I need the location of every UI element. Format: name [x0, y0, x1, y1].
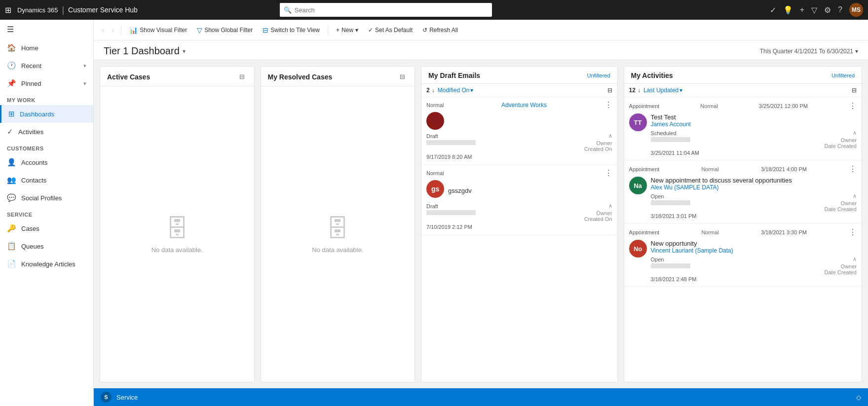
activity-1-owner-label: Owner — [825, 137, 857, 143]
activity-2-meta: Owner Date Created — [651, 199, 857, 213]
dashboard-title-area[interactable]: Tier 1 Dashboard ▾ — [104, 45, 186, 57]
active-cases-empty-text: No data available. — [151, 246, 203, 254]
email-1-meta: Owner Created On — [426, 139, 612, 153]
active-cases-panel: Active Cases ⊟ 🗄 No data available. — [100, 66, 255, 382]
activity-2-more-button[interactable]: ⋮ — [849, 164, 857, 174]
activity-1-meta: Owner Date Created — [651, 136, 857, 150]
search-bar[interactable]: 🔍 — [280, 3, 492, 17]
resolved-cases-title: My Resolved Cases — [268, 73, 333, 81]
email-item-2: Normal ⋮ gs gsszgdv Draft ∧ Owner — [421, 165, 617, 235]
activity-1-status-row: Scheduled ∧ — [651, 130, 857, 136]
back-button[interactable]: ‹ — [99, 24, 107, 36]
sort-modified-on[interactable]: Modified On ▾ — [438, 87, 474, 94]
sort-field-label: Modified On — [438, 87, 470, 94]
new-button[interactable]: + New ▾ — [332, 25, 362, 36]
sidebar-item-knowledge-articles[interactable]: 📄 Knowledge Articles — [0, 255, 93, 273]
activity-2-company[interactable]: Alex Wu (SAMPLE DATA) — [651, 184, 857, 191]
sidebar-item-social-profiles[interactable]: 💬 Social Profiles — [0, 189, 93, 207]
sidebar-item-contacts[interactable]: 👥 Contacts — [0, 171, 93, 189]
sidebar-item-accounts-label: Accounts — [21, 159, 47, 166]
resolved-cases-view-toggle[interactable]: ⊟ — [397, 72, 408, 82]
switch-tile-view-button[interactable]: ⊟ Switch to Tile View — [259, 24, 324, 36]
show-visual-filter-button[interactable]: 📊 Show Visual Filter — [125, 24, 191, 36]
activity-1-collapse[interactable]: ∧ — [853, 130, 857, 136]
dashboard-panels: Active Cases ⊟ 🗄 No data available. My R… — [94, 60, 868, 388]
sidebar-item-accounts[interactable]: 👤 Accounts — [0, 153, 93, 171]
activity-3-body: No New opportunity Vincent Lauriant (Sam… — [629, 240, 857, 282]
activity-1-company[interactable]: James Account — [651, 121, 857, 128]
sidebar-item-activities[interactable]: ✓ Activities — [0, 123, 93, 141]
dashboard-title-chevron[interactable]: ▾ — [183, 48, 186, 55]
activities-view-toggle[interactable]: ⊟ — [852, 87, 857, 94]
sidebar-item-cases[interactable]: 🔑 Cases — [0, 220, 93, 237]
help-icon[interactable]: ? — [838, 5, 842, 14]
home-icon: 🏠 — [7, 43, 16, 52]
draft-view-toggle[interactable]: ⊟ — [607, 87, 612, 94]
email-1-account[interactable]: Adventure Works — [501, 102, 547, 109]
waffle-icon[interactable]: ⊞ — [5, 5, 11, 15]
resolved-cases-empty: 🗄 No data available. — [261, 86, 415, 382]
active-cases-empty: 🗄 No data available. — [100, 86, 254, 382]
activities-count: 12 ↓ — [629, 87, 641, 94]
check-circle-icon[interactable]: ✓ — [770, 5, 776, 15]
email-1-status: Draft — [426, 133, 438, 139]
show-global-filter-button[interactable]: ▽ Show Global Filter — [193, 24, 257, 36]
email-2-avatar: gs — [426, 180, 444, 198]
sort-arrow-icon[interactable]: ↓ — [432, 87, 435, 94]
main-layout: ☰ 🏠 Home 🕐 Recent ▾ 📌 Pinned ▾ My Work ⊞… — [0, 20, 868, 406]
activities-sort-field[interactable]: Last Updated ▾ — [643, 87, 682, 94]
sidebar-item-pinned[interactable]: 📌 Pinned ▾ — [0, 74, 93, 92]
activity-3-meta-right: Owner Date Created — [825, 263, 857, 275]
content-area: ‹ › 📊 Show Visual Filter ▽ Show Global F… — [94, 20, 868, 406]
sidebar-toggle[interactable]: ☰ — [0, 20, 93, 39]
queues-icon: 📋 — [7, 242, 16, 251]
bottom-bar: S Service ◇ — [94, 388, 868, 406]
bottom-bar-arrow-icon[interactable]: ◇ — [856, 394, 861, 401]
sidebar-item-recent[interactable]: 🕐 Recent ▾ — [0, 57, 93, 74]
email-1-more-button[interactable]: ⋮ — [604, 101, 612, 109]
avatar[interactable]: MS — [849, 3, 863, 17]
activities-sort-label: Last Updated — [643, 87, 679, 94]
sidebar-item-home[interactable]: 🏠 Home — [0, 39, 93, 57]
email-2-more-button[interactable]: ⋮ — [604, 169, 612, 177]
forward-button[interactable]: › — [109, 24, 117, 36]
lightbulb-icon[interactable]: 💡 — [783, 5, 793, 15]
date-range-chevron-icon[interactable]: ▾ — [855, 48, 858, 55]
sidebar-item-knowledge-label: Knowledge Articles — [21, 260, 75, 268]
sidebar: ☰ 🏠 Home 🕐 Recent ▾ 📌 Pinned ▾ My Work ⊞… — [0, 20, 94, 406]
active-cases-view-toggle[interactable]: ⊟ — [237, 72, 247, 82]
set-as-default-button[interactable]: ✓ Set As Default — [364, 25, 416, 36]
activity-3-more-button[interactable]: ⋮ — [849, 227, 857, 237]
settings-icon[interactable]: ⚙ — [824, 5, 831, 15]
email-2-collapse[interactable]: ∧ — [608, 203, 612, 209]
activity-2-avatar: Na — [629, 177, 647, 194]
activity-3-scheduled-date: 3/18/2021 2:48 PM — [651, 276, 857, 282]
activity-3-status-row: Open ∧ — [651, 256, 857, 262]
filter-icon[interactable]: ▽ — [811, 5, 817, 15]
activity-2-scheduled-date: 3/18/2021 3:01 PM — [651, 213, 857, 219]
activity-3-status: Open — [651, 257, 664, 262]
activity-3-collapse[interactable]: ∧ — [853, 256, 857, 262]
search-input[interactable] — [295, 6, 488, 14]
switch-tile-view-label: Switch to Tile View — [270, 27, 320, 34]
new-chevron-icon: ▾ — [355, 27, 358, 34]
dynamics-365-label: Dynamics 365 — [17, 6, 58, 14]
email-1-collapse[interactable]: ∧ — [608, 133, 612, 139]
add-icon[interactable]: + — [800, 5, 804, 14]
toolbar: ‹ › 📊 Show Visual Filter ▽ Show Global F… — [94, 20, 868, 40]
email-2-owner-label: Owner — [584, 210, 612, 216]
new-plus-icon: + — [336, 27, 340, 34]
activity-2-type: Appointment — [629, 166, 660, 172]
empty-cylinder-icon-2: 🗄 — [326, 215, 349, 242]
email-item-2-header: Normal ⋮ — [426, 169, 612, 177]
sidebar-item-queues[interactable]: 📋 Queues — [0, 237, 93, 255]
activity-2-collapse[interactable]: ∧ — [853, 193, 857, 199]
activity-1-more-button[interactable]: ⋮ — [849, 101, 857, 111]
top-navigation: ⊞ Dynamics 365 | Customer Service Hub 🔍 … — [0, 0, 868, 20]
email-2-created-on-label: Created On — [584, 216, 612, 222]
sidebar-item-dashboards[interactable]: ⊞ Dashboards — [0, 105, 93, 123]
refresh-all-button[interactable]: ↺ Refresh All — [418, 25, 462, 36]
activities-sort-arrow[interactable]: ↓ — [638, 87, 641, 94]
email-1-created-on-label: Created On — [584, 146, 612, 152]
activity-3-company[interactable]: Vincent Lauriant (Sample Data) — [651, 247, 857, 254]
